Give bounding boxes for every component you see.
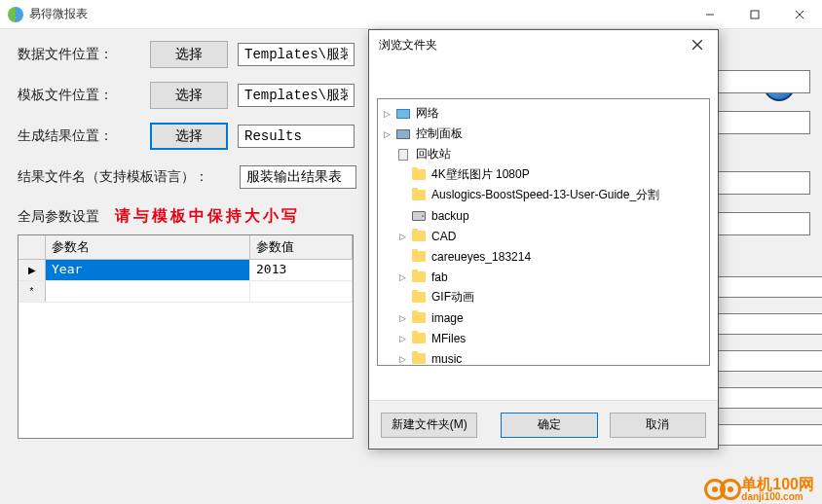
cp-icon (395, 126, 411, 142)
expand-collapsed-icon[interactable]: ▷ (384, 109, 395, 119)
expand-collapsed-icon[interactable]: ▷ (399, 232, 411, 241)
tree-item[interactable]: careueyes_183214 (378, 246, 709, 267)
drive-icon (411, 208, 427, 224)
tree-item-label: 回收站 (416, 146, 451, 162)
choose-output-loc-button[interactable]: 选择 (150, 123, 228, 150)
tree-item[interactable]: ▷music (378, 348, 709, 366)
expand-collapsed-icon[interactable]: ▷ (399, 334, 411, 343)
folder-icon (411, 249, 427, 265)
watermark-logo-icon (704, 479, 735, 500)
data-file-path-input[interactable] (238, 43, 355, 66)
tree-item[interactable]: backup (378, 205, 709, 226)
watermark-line2: danji100.com (741, 492, 814, 502)
grid-header-name[interactable]: 参数名 (46, 235, 250, 259)
tree-item[interactable]: 回收站 (378, 144, 709, 164)
window-controls (688, 0, 822, 29)
tree-item[interactable]: ▷控制面板 (378, 124, 709, 144)
output-path-input[interactable] (238, 125, 355, 148)
folder-tree[interactable]: ▷网络▷控制面板回收站4K壁纸图片 1080PAuslogics-BoostSp… (377, 98, 710, 366)
dialog-close-button[interactable] (687, 35, 708, 54)
tree-item[interactable]: GIF动画 (378, 287, 709, 307)
row-selector-current[interactable]: ▶ (19, 260, 46, 280)
data-file-label: 数据文件位置： (18, 46, 134, 63)
template-file-path-input[interactable] (238, 84, 355, 107)
tree-item[interactable]: Auslogics-BoostSpeed-13-User-Guide_分割 (378, 185, 709, 205)
folder-icon (411, 351, 427, 367)
tree-item-label: backup (431, 209, 469, 223)
tree-item[interactable]: ▷CAD (378, 226, 709, 246)
global-params-label: 全局参数设置 (18, 208, 99, 226)
tree-item-label: fab (431, 270, 448, 284)
ok-button[interactable]: 确定 (501, 413, 597, 438)
tree-item-label: 网络 (416, 105, 439, 122)
net-icon (395, 106, 411, 122)
result-filename-label: 结果文件名（支持模板语言）： (18, 168, 240, 186)
tree-item[interactable]: ▷fab (378, 267, 709, 287)
tree-item-label: image (431, 311, 464, 325)
folder-icon (411, 290, 427, 306)
output-loc-label: 生成结果位置： (18, 127, 134, 145)
grid-row[interactable]: ▶ Year 2013 (19, 260, 353, 281)
bin-icon (395, 147, 411, 162)
aux-textbox-4[interactable] (715, 212, 810, 235)
expand-collapsed-icon[interactable]: ▷ (399, 354, 411, 364)
aux-textbox-1[interactable] (715, 70, 810, 93)
row-selector-new[interactable]: * (19, 281, 46, 302)
maximize-button[interactable] (732, 0, 777, 29)
folder-icon (411, 229, 427, 244)
grid-corner[interactable] (19, 235, 46, 259)
aux-textbox-3[interactable] (715, 171, 810, 195)
aux-spinner-5[interactable]: ▲▼ (715, 424, 810, 446)
aux-spinner-4-input[interactable] (715, 387, 822, 409)
tree-item-label: MFiles (431, 332, 466, 345)
dialog-titlebar[interactable]: 浏览文件夹 (369, 30, 718, 59)
titlebar: 易得微报表 (0, 0, 822, 29)
folder-icon (411, 188, 427, 203)
right-column-spinners: ▲▼ ▲▼ ▲▼ ▲▼ ▲▼ (715, 276, 810, 446)
aux-spinner-5-input[interactable] (715, 424, 822, 446)
minimize-button[interactable] (688, 0, 732, 29)
result-filename-input[interactable] (240, 165, 356, 189)
aux-spinner-2[interactable]: ▲▼ (715, 313, 810, 335)
app-title: 易得微报表 (29, 6, 88, 22)
param-name-cell-new[interactable] (46, 281, 250, 302)
folder-icon (411, 331, 427, 346)
tree-item-label: 4K壁纸图片 1080P (431, 166, 530, 183)
param-value-cell[interactable]: 2013 (250, 260, 353, 280)
grid-header-value[interactable]: 参数值 (250, 235, 353, 259)
dialog-title-text: 浏览文件夹 (379, 37, 437, 54)
param-name-cell[interactable]: Year (46, 260, 250, 280)
tree-item[interactable]: 4K壁纸图片 1080P (378, 164, 709, 185)
tree-item[interactable]: ▷MFiles (378, 328, 709, 348)
tree-item-label: CAD (431, 230, 456, 243)
aux-textbox-2[interactable] (715, 111, 810, 134)
aux-spinner-1[interactable]: ▲▼ (715, 276, 810, 298)
app-icon (8, 7, 23, 22)
aux-spinner-3-input[interactable] (715, 350, 822, 372)
tree-item[interactable]: ▷网络 (378, 103, 709, 124)
cancel-button[interactable]: 取消 (610, 413, 706, 438)
aux-spinner-1-input[interactable] (715, 276, 822, 298)
expand-collapsed-icon[interactable]: ▷ (399, 313, 411, 323)
template-file-label: 模板文件位置： (18, 87, 134, 104)
new-folder-button[interactable]: 新建文件夹(M) (381, 413, 477, 438)
aux-spinner-4[interactable]: ▲▼ (715, 387, 810, 409)
watermark-line1: 单机100网 (741, 477, 814, 492)
folder-icon (411, 310, 427, 326)
grid-row-new[interactable]: * (19, 281, 353, 303)
params-grid[interactable]: 参数名 参数值 ▶ Year 2013 * (18, 234, 354, 439)
expand-collapsed-icon[interactable]: ▷ (399, 272, 411, 282)
tree-item[interactable]: ▷image (378, 307, 709, 328)
tree-item-label: music (431, 352, 462, 366)
close-button[interactable] (777, 0, 822, 29)
tree-item-label: Auslogics-BoostSpeed-13-User-Guide_分割 (431, 187, 659, 203)
param-value-cell-new[interactable] (250, 281, 353, 302)
choose-data-file-button[interactable]: 选择 (150, 41, 228, 68)
folder-icon (411, 270, 427, 285)
expand-collapsed-icon[interactable]: ▷ (384, 129, 395, 139)
aux-spinner-2-input[interactable] (715, 313, 822, 335)
folder-icon (411, 167, 427, 183)
choose-template-file-button[interactable]: 选择 (150, 82, 228, 109)
case-sensitive-warning: 请与模板中保持大小写 (115, 206, 300, 227)
aux-spinner-3[interactable]: ▲▼ (715, 350, 810, 372)
